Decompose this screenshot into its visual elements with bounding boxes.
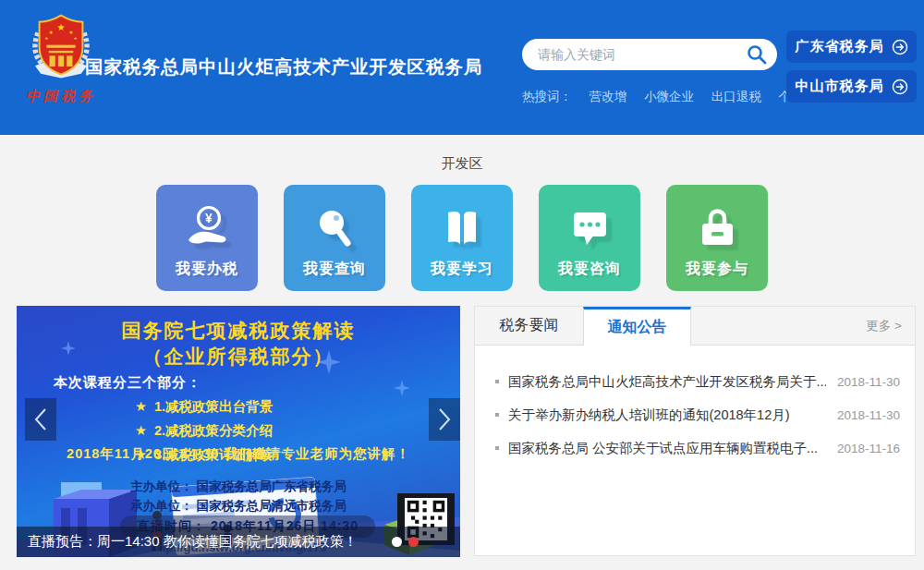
star-icon: ★ — [135, 423, 147, 438]
tile-participate[interactable]: 我要参与 — [666, 185, 768, 291]
arrow-circle-icon — [892, 79, 908, 95]
zhongshan-tax-bureau-link[interactable]: 中山市税务局 — [786, 70, 917, 103]
more-link[interactable]: 更多 > — [866, 318, 915, 334]
news-title[interactable]: 国家税务总局中山火炬高技术产业开发区税务局关于... — [508, 373, 826, 391]
sparkle-icon — [394, 380, 410, 396]
arrow-circle-icon — [892, 39, 908, 55]
tile-label: 我要办税 — [156, 260, 258, 279]
tile-do-tax[interactable]: ¥ 我要办税 — [156, 185, 258, 291]
carousel-dot[interactable] — [392, 537, 402, 547]
logo-caption: 中国税务 — [15, 88, 107, 105]
news-title[interactable]: 关于举办新办纳税人培训班的通知(2018年12月) — [508, 406, 826, 424]
search-input[interactable] — [538, 39, 727, 70]
quick-nav-tiles: ¥ 我要办税 我要查询 我要学习 我要咨询 — [0, 185, 924, 291]
news-item[interactable]: 关于举办新办纳税人培训班的通知(2018年12月) 2018-11-30 — [495, 398, 900, 431]
link-label: 广东省税务局 — [796, 38, 884, 55]
magnifier-icon — [309, 203, 360, 253]
bullet — [495, 380, 499, 383]
news-title[interactable]: 国家税务总局 公安部关于试点应用车辆购置税电子... — [508, 440, 826, 457]
chat-bubble-icon — [564, 203, 615, 253]
search-box[interactable] — [522, 39, 777, 70]
ballot-box-icon — [691, 203, 743, 253]
hand-coin-icon: ¥ — [181, 203, 233, 253]
bullet — [495, 446, 499, 450]
chevron-left-icon — [33, 407, 48, 431]
hot-keyword[interactable]: 小微企业 — [644, 90, 694, 103]
search-icon[interactable] — [746, 43, 768, 66]
banner-schedule: 2018年11月26日 14:30 我们邀请专业老师为您讲解！ — [17, 445, 460, 463]
svg-text:★: ★ — [74, 36, 78, 41]
svg-text:★: ★ — [68, 30, 73, 35]
tile-learn[interactable]: 我要学习 — [411, 185, 513, 291]
svg-text:★: ★ — [44, 36, 48, 41]
news-date: 2018-11-30 — [837, 408, 900, 422]
hot-search-label: 热搜词： — [522, 90, 572, 103]
news-list: 国家税务总局中山火炬高技术产业开发区税务局关于... 2018-11-30 关于… — [475, 346, 915, 465]
banner-intro: 本次课程分三个部分： — [54, 374, 201, 392]
site-header: ★ ★ ★ ★ ★ 中国税务 国家税务总局中山火炬高技术产业开发区税务局 热搜词… — [0, 0, 924, 135]
banner-organizers: 主办单位： 国家税务总局广东省税务局 承办单位： 国家税务总局清远市税务局 — [17, 478, 460, 516]
carousel-dot-active[interactable] — [408, 537, 419, 547]
chevron-right-icon — [437, 407, 452, 431]
tab-tax-news[interactable]: 税务要闻 — [475, 307, 583, 345]
hot-search-bar: 热搜词： 营改增 小微企业 出口退税 个税 — [522, 89, 818, 105]
tab-notices[interactable]: 通知公告 — [583, 307, 691, 346]
link-label: 中山市税务局 — [796, 78, 884, 95]
banner-title: 国务院七项减税政策解读 （企业所得税部分） — [17, 318, 460, 370]
tile-label: 我要查询 — [284, 260, 385, 279]
svg-text:★: ★ — [49, 30, 54, 35]
tile-query[interactable]: 我要查询 — [284, 185, 385, 291]
section-label-district: 开发区 — [0, 135, 924, 173]
open-book-icon — [436, 203, 488, 253]
carousel-prev-button[interactable] — [25, 398, 56, 441]
hot-keyword[interactable]: 出口退税 — [711, 90, 761, 103]
news-tab-bar: 税务要闻 通知公告 更多 > — [475, 307, 915, 346]
star-icon: ★ — [135, 399, 147, 414]
svg-text:★: ★ — [56, 22, 65, 32]
news-item[interactable]: 国家税务总局 公安部关于试点应用车辆购置税电子... 2018-11-16 — [495, 431, 900, 465]
tile-label: 我要咨询 — [539, 260, 640, 279]
carousel-next-button[interactable] — [429, 398, 460, 441]
bullet — [495, 413, 499, 417]
hot-keyword[interactable]: 营改增 — [590, 90, 627, 103]
news-panel: 税务要闻 通知公告 更多 > 国家税务总局中山火炬高技术产业开发区税务局关于..… — [474, 306, 916, 556]
news-date: 2018-11-16 — [837, 442, 900, 455]
tile-consult[interactable]: 我要咨询 — [539, 185, 640, 291]
tile-label: 我要学习 — [411, 260, 513, 279]
news-item[interactable]: 国家税务总局中山火炬高技术产业开发区税务局关于... 2018-11-30 — [495, 365, 900, 398]
news-date: 2018-11-30 — [837, 375, 900, 389]
page-title: 国家税务总局中山火炬高技术产业开发区税务局 — [85, 55, 483, 79]
content-row: 国务院七项减税政策解读 （企业所得税部分） 本次课程分三个部分： ★1.减税政策… — [17, 306, 924, 557]
svg-text:¥: ¥ — [205, 211, 213, 225]
carousel-dots — [392, 537, 419, 547]
guangdong-tax-bureau-link[interactable]: 广东省税务局 — [786, 30, 917, 63]
tile-label: 我要参与 — [666, 260, 768, 279]
carousel[interactable]: 国务院七项减税政策解读 （企业所得税部分） 本次课程分三个部分： ★1.减税政策… — [17, 306, 460, 557]
carousel-caption[interactable]: 直播预告：周一14:30 教你读懂国务院七项减税政策！ — [28, 533, 358, 551]
